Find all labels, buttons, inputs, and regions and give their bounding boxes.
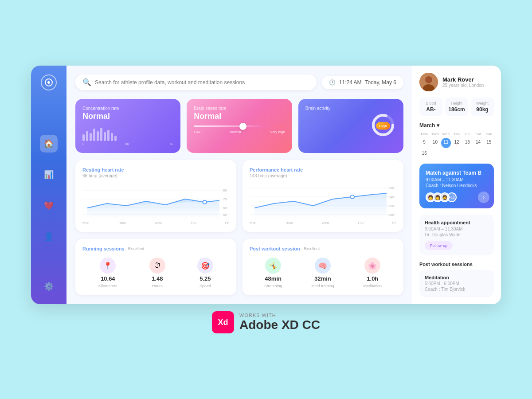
time-text: 11:24 AM — [339, 79, 362, 86]
health-title: Health appointment — [425, 220, 489, 225]
bar-5 — [97, 131, 99, 141]
speed-metric: 🎯 5.25 Speed — [197, 258, 213, 288]
blood-label: Blood — [422, 101, 440, 106]
bar-1 — [82, 134, 85, 141]
works-with-text: WORKS WITH — [239, 313, 320, 318]
event-time: 9:00AM – 11:30AM — [426, 177, 488, 182]
meditation-title: Meditation — [425, 275, 489, 280]
concentration-bars — [82, 125, 173, 141]
svg-text:160: 160 — [388, 186, 394, 190]
user-info: 25 years old, London — [442, 83, 484, 88]
cal-day-16[interactable]: 16 — [419, 149, 429, 157]
metric-cards-row: Concentration rate Normal 0 50 — [75, 99, 403, 153]
sidebar-chart-icon[interactable]: 📊 — [40, 166, 58, 184]
svg-text:140: 140 — [388, 195, 394, 199]
cal-day-12[interactable]: 12 — [452, 138, 462, 148]
concentration-value: Normal — [82, 112, 173, 121]
health-time: 9:00AM – 11:30AM — [425, 227, 489, 231]
hours-value: 1.48 — [152, 275, 163, 282]
search-bar[interactable]: 🔍 — [75, 74, 317, 90]
meditation-card: Meditation 5:00PM - 6:00PM Coach : Tim B… — [419, 270, 494, 297]
km-label: Kilometers — [98, 284, 117, 288]
user-name: Mark Rover — [442, 76, 484, 83]
user-profile: Mark Rover 25 years old, London — [419, 73, 494, 91]
calendar-chevron-icon: ▾ — [437, 122, 439, 129]
weight-value: 90kg — [473, 106, 491, 113]
slider-high: Very high — [270, 130, 285, 134]
cal-day-13[interactable]: 13 — [462, 138, 472, 148]
bar-labels: 0 50 60 — [82, 142, 173, 146]
adobe-app-name: Adobe XD CC — [239, 318, 320, 332]
avatar — [419, 73, 438, 91]
right-panel: Mark Rover 25 years old, London Blood AB… — [412, 66, 501, 304]
bar-2 — [86, 131, 88, 141]
slider-labels: Low Normal Very high — [194, 130, 285, 134]
svg-text:100: 100 — [388, 213, 394, 217]
sidebar-home-icon[interactable]: 🏠 — [40, 135, 58, 153]
xd-logo-text: Xd — [218, 318, 228, 327]
event-next-button[interactable]: › — [478, 192, 489, 203]
brain-donut: High — [370, 112, 396, 140]
workout-session-badge: Excellent — [304, 246, 320, 251]
search-input[interactable] — [95, 79, 309, 86]
slider-normal: Normal — [230, 130, 241, 134]
logo-icon[interactable] — [41, 74, 57, 90]
stress-label: Brain stress rate — [194, 106, 285, 111]
clock-icon: 🕐 — [329, 79, 336, 86]
sidebar-user-icon[interactable]: 👤 — [40, 228, 58, 246]
sidebar-heart-icon[interactable]: ❤️ — [40, 197, 58, 215]
xd-logo: Xd — [212, 311, 234, 333]
search-icon: 🔍 — [82, 78, 91, 86]
attendee-count: +12 — [447, 192, 457, 202]
cal-day-11[interactable]: 11 — [441, 138, 451, 148]
brain-card: Brain activity High — [298, 99, 403, 153]
bar-8 — [107, 130, 110, 141]
meditation-label: Meditation — [364, 284, 382, 288]
cal-day-9[interactable]: 9 — [419, 138, 429, 148]
hours-label: Hours — [152, 284, 163, 288]
workout-session-title: Post workout session — [250, 246, 300, 251]
calendar-header: March ▾ — [419, 122, 494, 129]
performance-chart-area: 160 140 120 100 — [250, 184, 396, 219]
resting-chart-area: 80 70 60 50 — [82, 184, 229, 219]
post-workout-section: Post workout sessions Meditation 5:00PM … — [419, 262, 494, 297]
event-coach: Coach : Nelson Hendricks — [426, 183, 488, 188]
mind-label: Mind training — [311, 284, 334, 288]
performance-subtitle: 143 bmp (average) — [250, 173, 396, 178]
slider-low: Low — [194, 130, 200, 134]
performance-heart-chart: Performance heart rate 143 bmp (average) — [243, 160, 403, 232]
stats-row: Blood AB- Height 186cm Weight 90kg — [419, 98, 494, 116]
cal-day-14[interactable]: 14 — [473, 138, 483, 148]
speed-icon: 🎯 — [197, 258, 213, 274]
stress-slider — [194, 125, 285, 127]
cal-day-10[interactable]: 10 — [430, 138, 440, 148]
followup-button[interactable]: Follow-up — [425, 241, 453, 250]
blood-stat: Blood AB- — [419, 98, 442, 116]
date-text: Today, May 6 — [365, 79, 396, 86]
km-icon: 📍 — [100, 258, 116, 274]
svg-text:50: 50 — [223, 213, 227, 217]
performance-x-labels: Mon Tues Wed Thu Fri — [250, 221, 396, 225]
calendar-grid: Mon Tues Wed Thu Fri Sat Sun 9 10 11 12 … — [419, 131, 494, 157]
bar-6 — [100, 128, 102, 141]
bar-10 — [114, 136, 117, 141]
app-container: 🏠 📊 ❤️ 👤 ⚙️ 🔍 🕐 11:24 AM Today, May 6 Co… — [31, 66, 501, 304]
speed-value: 5.25 — [200, 275, 211, 282]
resting-x-labels: Mon Tues Wed Thu Fri — [82, 221, 229, 225]
event-card: Match against Team B 9:00AM – 11:30AM Co… — [419, 164, 494, 208]
svg-text:80: 80 — [223, 188, 227, 192]
calendar-section: March ▾ Mon Tues Wed Thu Fri Sat Sun 9 1… — [419, 122, 494, 157]
health-card: Health appointment 9:00AM – 11:30AM Dr. … — [419, 215, 494, 255]
resting-heart-chart: Resting heart rate 66 bmp (average) — [75, 160, 236, 232]
header: 🔍 🕐 11:24 AM Today, May 6 — [75, 74, 403, 90]
running-session-badge: Excellent — [128, 246, 145, 251]
stretching-icon: 🤸 — [265, 258, 281, 274]
km-value: 10.64 — [101, 275, 115, 282]
sidebar-settings-icon[interactable]: ⚙️ — [40, 278, 58, 295]
main-content: 🔍 🕐 11:24 AM Today, May 6 Concentration … — [66, 66, 412, 304]
svg-point-23 — [425, 76, 432, 83]
calendar-month: March — [419, 122, 435, 129]
cal-day-15[interactable]: 15 — [484, 138, 494, 148]
running-session-title: Running sessions — [82, 246, 125, 251]
workout-session-metrics: 🤸 48min Stretching 🧠 32min Mind training… — [250, 258, 396, 288]
